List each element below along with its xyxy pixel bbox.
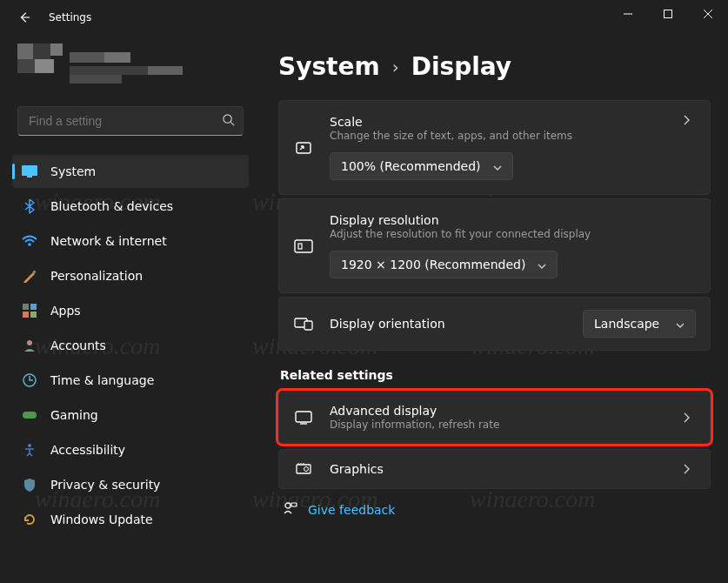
- chevron-right-icon: [678, 464, 696, 474]
- scale-subtitle: Change the size of text, apps, and other…: [330, 130, 678, 142]
- search-box[interactable]: [17, 106, 244, 136]
- sidebar-item-label: Accessibility: [50, 443, 125, 457]
- sidebar-item-label: Accounts: [50, 338, 106, 352]
- sidebar-item-system[interactable]: System: [12, 155, 249, 188]
- svg-rect-11: [30, 304, 37, 310]
- related-settings-header: Related settings: [280, 368, 711, 382]
- orientation-card[interactable]: Display orientation Landscape: [278, 297, 711, 351]
- svg-rect-16: [23, 412, 37, 419]
- resolution-subtitle: Adjust the resolution to fit your connec…: [330, 228, 696, 240]
- bluetooth-icon: [21, 198, 38, 215]
- sidebar-item-label: Bluetooth & devices: [50, 199, 173, 213]
- sidebar-item-apps[interactable]: Apps: [12, 294, 249, 327]
- feedback-label: Give feedback: [308, 503, 395, 517]
- sidebar-item-label: Network & internet: [50, 234, 167, 248]
- titlebar: Settings: [0, 0, 728, 35]
- sidebar-item-label: Personalization: [50, 269, 143, 283]
- svg-point-14: [27, 340, 32, 345]
- main-content: System › Display Scale Change the size o…: [261, 35, 728, 583]
- chevron-right-icon: [678, 115, 696, 125]
- sidebar-item-bluetooth[interactable]: Bluetooth & devices: [12, 190, 249, 223]
- svg-rect-1: [665, 10, 672, 18]
- close-button[interactable]: [688, 0, 728, 28]
- feedback-icon: [284, 501, 297, 518]
- resolution-title: Display resolution: [330, 213, 696, 227]
- window-title: Settings: [49, 11, 91, 23]
- chevron-down-icon: [493, 159, 502, 173]
- sidebar-item-label: Apps: [50, 304, 81, 318]
- resolution-dropdown[interactable]: 1920 × 1200 (Recommended): [330, 251, 558, 278]
- system-icon: [21, 163, 38, 180]
- scale-card[interactable]: Scale Change the size of text, apps, and…: [278, 100, 711, 195]
- sidebar-item-accessibility[interactable]: Accessibility: [12, 433, 249, 466]
- search-input[interactable]: [17, 106, 244, 136]
- user-profile[interactable]: [17, 38, 244, 94]
- accounts-icon: [21, 337, 38, 354]
- svg-line-5: [230, 122, 234, 125]
- sidebar-item-label: Privacy & security: [50, 478, 160, 492]
- personalization-icon: [21, 267, 38, 285]
- svg-rect-12: [23, 312, 29, 318]
- svg-rect-19: [295, 240, 312, 252]
- apps-icon: [21, 302, 38, 319]
- orientation-title: Display orientation: [330, 317, 583, 331]
- scale-dropdown[interactable]: 100% (Recommended): [330, 152, 513, 180]
- sidebar-item-personalization[interactable]: Personalization: [12, 259, 249, 292]
- graphics-icon: [293, 462, 314, 476]
- sidebar-item-label: System: [50, 164, 96, 178]
- sidebar-item-windows-update[interactable]: Windows Update: [12, 503, 249, 536]
- chevron-down-icon: [538, 258, 546, 271]
- advanced-display-icon: [293, 411, 314, 425]
- svg-point-29: [304, 467, 309, 472]
- nav-list: System Bluetooth & devices Network & int…: [12, 155, 249, 536]
- resolution-icon: [293, 238, 314, 254]
- sidebar-item-label: Gaming: [50, 408, 98, 422]
- svg-rect-13: [30, 312, 37, 318]
- chevron-right-icon: [678, 412, 696, 423]
- breadcrumb-parent[interactable]: System: [278, 52, 380, 81]
- sidebar-item-accounts[interactable]: Accounts: [12, 329, 249, 362]
- orientation-value: Landscape: [594, 317, 659, 331]
- sidebar-item-gaming[interactable]: Gaming: [12, 399, 249, 432]
- graphics-card[interactable]: Graphics: [278, 449, 711, 489]
- svg-point-30: [285, 503, 291, 508]
- svg-rect-31: [291, 503, 297, 506]
- resolution-value: 1920 × 1200 (Recommended): [341, 258, 525, 271]
- gaming-icon: [21, 406, 38, 424]
- svg-rect-6: [22, 165, 37, 176]
- network-icon: [21, 232, 38, 250]
- advanced-display-card[interactable]: Advanced display Display information, re…: [278, 391, 711, 444]
- give-feedback-link[interactable]: Give feedback: [278, 501, 711, 518]
- svg-point-4: [224, 115, 231, 123]
- sidebar-item-label: Time & language: [50, 373, 154, 387]
- resolution-card[interactable]: Display resolution Adjust the resolution…: [278, 198, 711, 293]
- sidebar-item-privacy[interactable]: Privacy & security: [12, 468, 249, 501]
- scale-value: 100% (Recommended): [341, 159, 481, 173]
- accessibility-icon: [21, 441, 38, 459]
- svg-rect-20: [298, 244, 302, 249]
- back-button[interactable]: [12, 5, 37, 30]
- svg-point-17: [28, 444, 31, 447]
- update-icon: [21, 511, 38, 528]
- sidebar-item-time-language[interactable]: Time & language: [12, 364, 249, 397]
- svg-rect-7: [27, 176, 32, 178]
- privacy-icon: [21, 476, 38, 493]
- chevron-right-icon: ›: [392, 57, 399, 77]
- maximize-button[interactable]: [648, 0, 688, 28]
- graphics-title: Graphics: [330, 462, 678, 476]
- svg-point-8: [28, 243, 31, 246]
- scale-title: Scale: [330, 115, 678, 129]
- chevron-down-icon: [676, 317, 685, 331]
- svg-rect-23: [296, 412, 311, 422]
- advanced-display-subtitle: Display information, refresh rate: [330, 419, 678, 431]
- advanced-display-title: Advanced display: [330, 404, 678, 418]
- sidebar: System Bluetooth & devices Network & int…: [0, 35, 261, 583]
- minimize-button[interactable]: [608, 0, 648, 28]
- search-icon: [222, 113, 235, 129]
- breadcrumb: System › Display: [278, 52, 711, 81]
- sidebar-item-network[interactable]: Network & internet: [12, 224, 249, 258]
- svg-rect-22: [304, 321, 312, 330]
- orientation-dropdown[interactable]: Landscape: [583, 310, 696, 338]
- svg-rect-10: [23, 304, 29, 310]
- breadcrumb-current: Display: [411, 52, 511, 81]
